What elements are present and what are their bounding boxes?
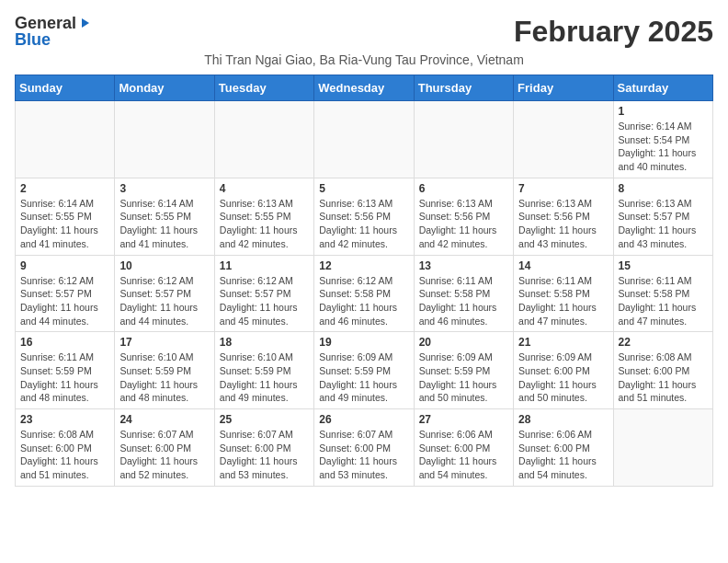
day-number: 17 bbox=[119, 336, 209, 349]
day-info: Sunrise: 6:13 AM Sunset: 5:56 PM Dayligh… bbox=[319, 197, 408, 251]
calendar-cell: 23Sunrise: 6:08 AM Sunset: 6:00 PM Dayli… bbox=[16, 409, 115, 487]
calendar-cell: 16Sunrise: 6:11 AM Sunset: 5:59 PM Dayli… bbox=[16, 332, 115, 409]
month-title: February 2025 bbox=[514, 15, 713, 49]
calendar-cell bbox=[514, 101, 613, 178]
calendar-cell: 12Sunrise: 6:12 AM Sunset: 5:58 PM Dayli… bbox=[314, 255, 414, 332]
calendar-cell: 26Sunrise: 6:07 AM Sunset: 6:00 PM Dayli… bbox=[314, 409, 414, 487]
calendar-cell: 1Sunrise: 6:14 AM Sunset: 5:54 PM Daylig… bbox=[613, 101, 712, 178]
day-number: 20 bbox=[419, 336, 508, 349]
calendar-cell: 18Sunrise: 6:10 AM Sunset: 5:59 PM Dayli… bbox=[214, 332, 313, 409]
day-info: Sunrise: 6:12 AM Sunset: 5:57 PM Dayligh… bbox=[220, 274, 309, 328]
calendar-cell: 3Sunrise: 6:14 AM Sunset: 5:55 PM Daylig… bbox=[115, 178, 214, 255]
day-info: Sunrise: 6:14 AM Sunset: 5:55 PM Dayligh… bbox=[20, 197, 109, 251]
day-number: 7 bbox=[518, 182, 608, 195]
day-number: 22 bbox=[619, 336, 708, 349]
day-info: Sunrise: 6:10 AM Sunset: 5:59 PM Dayligh… bbox=[119, 350, 209, 405]
calendar-cell: 6Sunrise: 6:13 AM Sunset: 5:56 PM Daylig… bbox=[414, 178, 513, 255]
day-info: Sunrise: 6:13 AM Sunset: 5:56 PM Dayligh… bbox=[518, 197, 608, 251]
calendar-week-4: 16Sunrise: 6:11 AM Sunset: 5:59 PM Dayli… bbox=[16, 332, 713, 409]
calendar-header-row: SundayMondayTuesdayWednesdayThursdayFrid… bbox=[16, 75, 713, 101]
day-info: Sunrise: 6:08 AM Sunset: 6:00 PM Dayligh… bbox=[619, 350, 708, 405]
calendar-week-5: 23Sunrise: 6:08 AM Sunset: 6:00 PM Dayli… bbox=[16, 409, 713, 487]
day-info: Sunrise: 6:12 AM Sunset: 5:57 PM Dayligh… bbox=[20, 274, 109, 328]
logo-icon bbox=[78, 17, 91, 29]
day-number: 8 bbox=[619, 182, 708, 195]
calendar-cell: 11Sunrise: 6:12 AM Sunset: 5:57 PM Dayli… bbox=[214, 255, 313, 332]
calendar-cell bbox=[613, 409, 712, 487]
day-number: 15 bbox=[619, 259, 708, 272]
day-info: Sunrise: 6:06 AM Sunset: 6:00 PM Dayligh… bbox=[419, 428, 508, 482]
day-info: Sunrise: 6:14 AM Sunset: 5:54 PM Dayligh… bbox=[619, 120, 708, 174]
calendar-week-1: 1Sunrise: 6:14 AM Sunset: 5:54 PM Daylig… bbox=[16, 101, 713, 178]
day-info: Sunrise: 6:09 AM Sunset: 5:59 PM Dayligh… bbox=[419, 350, 508, 405]
day-header-friday: Friday bbox=[514, 75, 613, 101]
logo-general-text: General bbox=[15, 15, 76, 31]
subtitle: Thi Tran Ngai Giao, Ba Ria-Vung Tau Prov… bbox=[15, 52, 713, 67]
calendar-cell: 28Sunrise: 6:06 AM Sunset: 6:00 PM Dayli… bbox=[514, 409, 613, 487]
calendar-cell bbox=[214, 101, 313, 178]
day-info: Sunrise: 6:11 AM Sunset: 5:58 PM Dayligh… bbox=[619, 274, 708, 328]
calendar-cell bbox=[115, 101, 214, 178]
calendar-cell: 25Sunrise: 6:07 AM Sunset: 6:00 PM Dayli… bbox=[214, 409, 313, 487]
day-header-wednesday: Wednesday bbox=[314, 75, 414, 101]
day-number: 13 bbox=[419, 259, 508, 272]
calendar-cell: 20Sunrise: 6:09 AM Sunset: 5:59 PM Dayli… bbox=[414, 332, 513, 409]
calendar-cell: 19Sunrise: 6:09 AM Sunset: 5:59 PM Dayli… bbox=[314, 332, 414, 409]
calendar-cell: 22Sunrise: 6:08 AM Sunset: 6:00 PM Dayli… bbox=[613, 332, 712, 409]
calendar-cell: 13Sunrise: 6:11 AM Sunset: 5:58 PM Dayli… bbox=[414, 255, 513, 332]
day-number: 28 bbox=[518, 413, 608, 426]
day-number: 27 bbox=[419, 413, 508, 426]
day-info: Sunrise: 6:07 AM Sunset: 6:00 PM Dayligh… bbox=[220, 428, 309, 482]
calendar-cell bbox=[414, 101, 513, 178]
calendar: SundayMondayTuesdayWednesdayThursdayFrid… bbox=[15, 75, 713, 487]
day-info: Sunrise: 6:14 AM Sunset: 5:55 PM Dayligh… bbox=[119, 197, 209, 251]
day-number: 11 bbox=[220, 259, 309, 272]
day-header-saturday: Saturday bbox=[613, 75, 712, 101]
day-number: 18 bbox=[220, 336, 309, 349]
svg-marker-0 bbox=[82, 18, 89, 28]
day-info: Sunrise: 6:09 AM Sunset: 6:00 PM Dayligh… bbox=[518, 350, 608, 405]
day-number: 6 bbox=[419, 182, 508, 195]
calendar-cell: 2Sunrise: 6:14 AM Sunset: 5:55 PM Daylig… bbox=[16, 178, 115, 255]
day-number: 21 bbox=[518, 336, 608, 349]
day-number: 2 bbox=[20, 182, 109, 195]
day-header-monday: Monday bbox=[115, 75, 214, 101]
day-info: Sunrise: 6:09 AM Sunset: 5:59 PM Dayligh… bbox=[319, 350, 408, 405]
day-number: 1 bbox=[619, 105, 708, 118]
day-info: Sunrise: 6:11 AM Sunset: 5:58 PM Dayligh… bbox=[419, 274, 508, 328]
day-header-sunday: Sunday bbox=[16, 75, 115, 101]
day-number: 25 bbox=[220, 413, 309, 426]
calendar-cell: 15Sunrise: 6:11 AM Sunset: 5:58 PM Dayli… bbox=[613, 255, 712, 332]
day-number: 12 bbox=[319, 259, 408, 272]
calendar-cell: 4Sunrise: 6:13 AM Sunset: 5:55 PM Daylig… bbox=[214, 178, 313, 255]
day-info: Sunrise: 6:07 AM Sunset: 6:00 PM Dayligh… bbox=[319, 428, 408, 482]
calendar-cell bbox=[16, 101, 115, 178]
day-info: Sunrise: 6:08 AM Sunset: 6:00 PM Dayligh… bbox=[20, 428, 109, 482]
calendar-cell bbox=[314, 101, 414, 178]
day-info: Sunrise: 6:13 AM Sunset: 5:57 PM Dayligh… bbox=[619, 197, 708, 251]
logo-blue-text: Blue bbox=[15, 31, 51, 48]
day-number: 4 bbox=[220, 182, 309, 195]
calendar-cell: 21Sunrise: 6:09 AM Sunset: 6:00 PM Dayli… bbox=[514, 332, 613, 409]
calendar-cell: 27Sunrise: 6:06 AM Sunset: 6:00 PM Dayli… bbox=[414, 409, 513, 487]
calendar-week-3: 9Sunrise: 6:12 AM Sunset: 5:57 PM Daylig… bbox=[16, 255, 713, 332]
calendar-cell: 8Sunrise: 6:13 AM Sunset: 5:57 PM Daylig… bbox=[613, 178, 712, 255]
day-number: 9 bbox=[20, 259, 109, 272]
day-info: Sunrise: 6:13 AM Sunset: 5:55 PM Dayligh… bbox=[220, 197, 309, 251]
calendar-cell: 10Sunrise: 6:12 AM Sunset: 5:57 PM Dayli… bbox=[115, 255, 214, 332]
day-number: 16 bbox=[20, 336, 109, 349]
day-info: Sunrise: 6:12 AM Sunset: 5:58 PM Dayligh… bbox=[319, 274, 408, 328]
day-info: Sunrise: 6:13 AM Sunset: 5:56 PM Dayligh… bbox=[419, 197, 508, 251]
calendar-cell: 5Sunrise: 6:13 AM Sunset: 5:56 PM Daylig… bbox=[314, 178, 414, 255]
calendar-cell: 7Sunrise: 6:13 AM Sunset: 5:56 PM Daylig… bbox=[514, 178, 613, 255]
day-info: Sunrise: 6:10 AM Sunset: 5:59 PM Dayligh… bbox=[220, 350, 309, 405]
day-number: 5 bbox=[319, 182, 408, 195]
day-info: Sunrise: 6:06 AM Sunset: 6:00 PM Dayligh… bbox=[518, 428, 608, 482]
day-header-thursday: Thursday bbox=[414, 75, 513, 101]
calendar-cell: 17Sunrise: 6:10 AM Sunset: 5:59 PM Dayli… bbox=[115, 332, 214, 409]
day-info: Sunrise: 6:12 AM Sunset: 5:57 PM Dayligh… bbox=[119, 274, 209, 328]
page-header: General Blue February 2025 bbox=[15, 15, 713, 49]
day-number: 24 bbox=[119, 413, 209, 426]
day-header-tuesday: Tuesday bbox=[214, 75, 313, 101]
day-number: 3 bbox=[119, 182, 209, 195]
